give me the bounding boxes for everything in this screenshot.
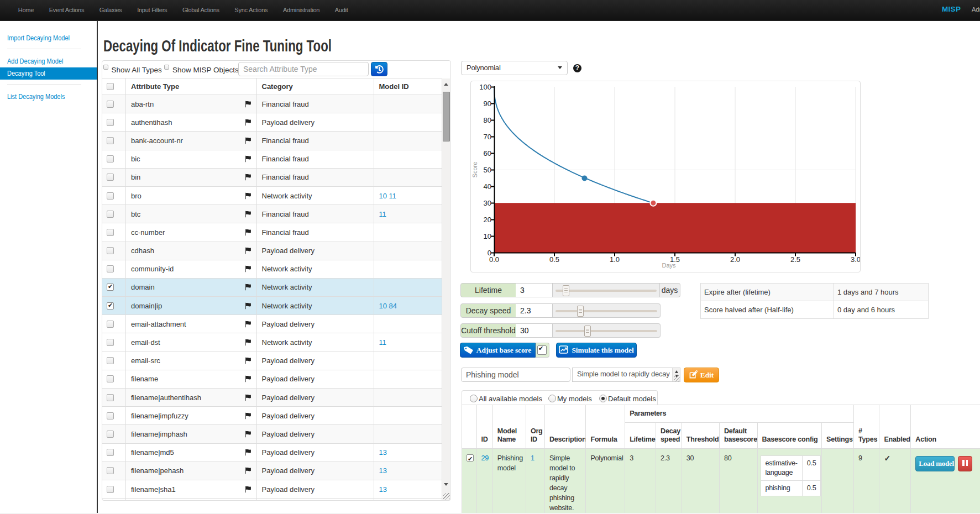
svg-text:10: 10 bbox=[484, 232, 491, 240]
svg-text:Days: Days bbox=[662, 262, 676, 269]
svg-text:3.0: 3.0 bbox=[851, 255, 860, 264]
svg-text:30: 30 bbox=[484, 199, 491, 207]
svg-text:40: 40 bbox=[484, 182, 491, 191]
svg-text:20: 20 bbox=[484, 216, 491, 224]
svg-text:50: 50 bbox=[484, 166, 491, 174]
svg-text:70: 70 bbox=[484, 133, 491, 141]
svg-text:0.5: 0.5 bbox=[549, 255, 559, 264]
svg-text:2.5: 2.5 bbox=[790, 255, 800, 264]
svg-text:1.0: 1.0 bbox=[610, 255, 620, 264]
svg-text:90: 90 bbox=[484, 99, 491, 108]
svg-text:100: 100 bbox=[479, 83, 491, 91]
svg-text:60: 60 bbox=[484, 149, 491, 158]
svg-text:Score: Score bbox=[471, 162, 478, 178]
svg-text:2.0: 2.0 bbox=[730, 255, 740, 264]
svg-text:0.0: 0.0 bbox=[489, 255, 499, 264]
svg-text:80: 80 bbox=[484, 116, 491, 124]
